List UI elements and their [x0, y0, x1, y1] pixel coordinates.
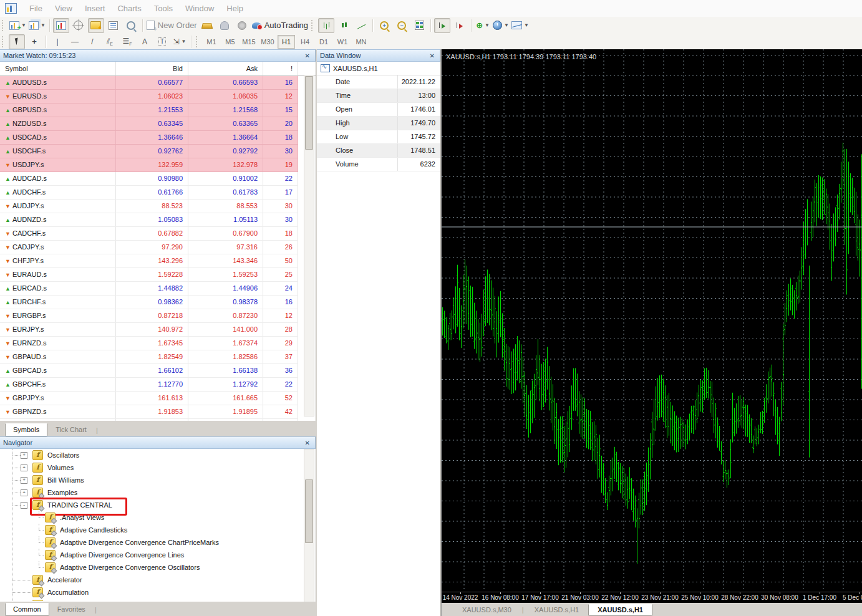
toolbar-drag-handle[interactable]: [311, 20, 316, 31]
arrows-tool-button[interactable]: ⇲▼: [172, 34, 188, 49]
scrollbar-thumb[interactable]: [305, 76, 313, 150]
market-watch-row[interactable]: ▲AUDCHF.s0.617660.6178317: [0, 186, 298, 200]
price-chart-canvas[interactable]: [442, 49, 862, 592]
market-watch-row[interactable]: ▼CADJPY.s97.29097.31626: [0, 241, 298, 254]
tab-tick-chart[interactable]: Tick Chart: [47, 423, 95, 436]
tab-symbols[interactable]: Symbols: [5, 423, 47, 436]
data-window-header[interactable]: Data Window ✕: [317, 49, 440, 62]
market-watch-row[interactable]: ▲AUDNZD.s1.050831.0511330: [0, 213, 298, 227]
autotrading-button[interactable]: AutoTrading: [251, 18, 309, 33]
navigator-item-accelerator[interactable]: fAccelerator: [0, 574, 316, 586]
line-chart-mode-button[interactable]: [353, 18, 369, 33]
zoom-in-button[interactable]: +: [376, 18, 392, 33]
market-watch-row[interactable]: ▼GBPAUD.s1.825491.8258637: [0, 350, 298, 364]
market-watch-row[interactable]: ▼EURNZD.s1.673451.6737429: [0, 337, 298, 350]
navigator-item-adaptive-divergence-convergence-oscillators[interactable]: fAdaptive Divergence Convergence Oscilla…: [0, 561, 316, 574]
market-watch-row[interactable]: ▼CHFJPY.s143.296143.34650: [0, 254, 298, 268]
indicators-button[interactable]: ⊕▼: [475, 18, 491, 33]
strategy-tester-button[interactable]: [123, 18, 139, 33]
templates-button[interactable]: ▼: [511, 18, 530, 33]
new-order-button[interactable]: New Order: [146, 18, 198, 33]
navigator-item-oscillators[interactable]: +fOscillators: [0, 449, 316, 461]
navigator-item-volumes[interactable]: +fVolumes: [0, 461, 316, 474]
market-watch-row[interactable]: ▲GBPCHF.s1.127701.1279222: [0, 378, 298, 392]
close-icon[interactable]: ✕: [428, 52, 437, 59]
chart-tab-2[interactable]: XAUUSD.s,H1: [525, 604, 589, 616]
menu-item-file[interactable]: File: [23, 4, 49, 13]
metaeditor-button[interactable]: [216, 18, 233, 33]
timeframe-button-h4[interactable]: H4: [296, 35, 314, 49]
expand-box-icon[interactable]: +: [21, 477, 27, 484]
tab-common[interactable]: Common: [5, 603, 49, 616]
column-header-symbol[interactable]: Symbol: [0, 62, 116, 75]
market-watch-row[interactable]: ▼GBPJPY.s161.613161.66552: [0, 392, 298, 405]
menu-item-help[interactable]: Help: [220, 4, 249, 13]
menu-item-tools[interactable]: Tools: [148, 4, 179, 13]
column-header-bid[interactable]: Bid: [116, 62, 188, 75]
navigator-item-adaptive-divergence-convergence-chartpricemarks[interactable]: fAdaptive Divergence Convergence ChartPr…: [0, 536, 316, 549]
navigator-header[interactable]: Navigator ✕: [0, 436, 316, 449]
auto-scroll-button[interactable]: [434, 18, 450, 33]
market-watch-row[interactable]: ▼AUDJPY.s88.52388.55330: [0, 200, 298, 213]
navigator-item-bill-williams[interactable]: +fBill Williams: [0, 474, 316, 486]
fibonacci-tool-button[interactable]: ☰F: [119, 34, 135, 49]
collapse-box-icon[interactable]: -: [21, 502, 27, 509]
timeframe-button-m5[interactable]: M5: [221, 35, 239, 49]
market-watch-row[interactable]: ▼CADCHF.s0.678820.6790018: [0, 227, 298, 241]
toolbar-drag-handle[interactable]: [196, 36, 200, 47]
market-watch-row[interactable]: ▼EURAUD.s1.592281.5925325: [0, 268, 298, 282]
market-watch-column-header[interactable]: SymbolBidAsk!: [0, 62, 316, 76]
market-watch-row[interactable]: ▲AUDUSD.s0.665770.6659316: [0, 76, 298, 90]
crosshair-tool-button[interactable]: +: [26, 34, 42, 49]
market-watch-row[interactable]: ▼GBPNZD.s1.918531.9189542: [0, 405, 298, 419]
tile-windows-button[interactable]: [411, 18, 427, 33]
navigator-scrollbar[interactable]: [304, 449, 314, 602]
cursor-tool-button[interactable]: [9, 34, 25, 49]
column-header-spread[interactable]: !: [263, 62, 298, 75]
navigator-item-examples[interactable]: +fExamples: [0, 486, 316, 499]
periods-button[interactable]: ▼: [492, 18, 510, 33]
chart-tab-3[interactable]: XAUUSD.s,H1: [588, 604, 652, 616]
chart-tab-1[interactable]: XAUUSD.s,M30: [453, 604, 521, 616]
timeframe-button-m1[interactable]: M1: [203, 35, 220, 49]
market-watch-toggle-button[interactable]: [53, 18, 69, 33]
toolbar-drag-handle[interactable]: [2, 36, 6, 47]
close-icon[interactable]: ✕: [303, 52, 312, 59]
market-watch-row[interactable]: ▼EURUSD.s1.060231.0603512: [0, 90, 298, 103]
data-window-toggle-button[interactable]: [70, 18, 87, 33]
zoom-out-button[interactable]: −: [394, 18, 410, 33]
market-watch-row[interactable]: ▲EURCHF.s0.983620.9837816: [0, 296, 298, 309]
market-watch-row[interactable]: ▲EURCAD.s1.448821.4490624: [0, 282, 298, 296]
menu-item-view[interactable]: View: [49, 4, 79, 13]
channel-tool-button[interactable]: ⫽E: [102, 34, 118, 49]
navigator-item-adaptive-candlesticks[interactable]: fAdaptive Candlesticks: [0, 524, 316, 536]
column-header-ask[interactable]: Ask: [188, 62, 263, 75]
navigator-item--analyst-views[interactable]: f.Analyst Views: [0, 511, 316, 524]
market-depth-button[interactable]: [199, 18, 215, 33]
market-watch-row[interactable]: ▲GBPCAD.s1.661021.6613836: [0, 364, 298, 378]
horizontal-line-tool-button[interactable]: —: [67, 34, 83, 49]
expand-box-icon[interactable]: +: [21, 452, 27, 459]
toolbar-drag-handle[interactable]: [2, 20, 6, 31]
timeframe-button-m30[interactable]: M30: [259, 35, 276, 49]
market-watch-row[interactable]: ▲USDCAD.s1.366461.3666418: [0, 131, 298, 145]
market-watch-scrollbar[interactable]: [304, 75, 314, 416]
terminal-toggle-button[interactable]: [105, 18, 122, 33]
market-watch-row[interactable]: ▲NZDUSD.s0.633450.6336520: [0, 117, 298, 131]
market-watch-row[interactable]: ▼EURGBP.s0.872180.8723012: [0, 309, 298, 323]
timeframe-button-m15[interactable]: M15: [240, 35, 258, 49]
market-watch-header[interactable]: Market Watch: 09:15:23 ✕: [0, 49, 316, 62]
timeframe-button-w1[interactable]: W1: [334, 35, 351, 49]
market-watch-row[interactable]: ▲AUDCAD.s0.909800.9100222: [0, 172, 298, 186]
expand-box-icon[interactable]: +: [21, 464, 27, 471]
profiles-button[interactable]: ▼: [28, 18, 46, 33]
new-chart-button[interactable]: +▼: [9, 18, 27, 33]
signals-button[interactable]: [234, 18, 250, 33]
timeframe-button-mn[interactable]: MN: [352, 35, 370, 49]
time-axis[interactable]: 14 Nov 202216 Nov 08:0017 Nov 17:0021 No…: [442, 592, 862, 604]
tab-favorites[interactable]: Favorites: [49, 603, 94, 616]
navigator-toggle-button[interactable]: [88, 18, 104, 33]
navigator-item-trading-central[interactable]: -fTRADING CENTRAL: [0, 499, 316, 511]
menu-item-charts[interactable]: Charts: [111, 4, 147, 13]
market-watch-row[interactable]: ▲GBPUSD.s1.215531.2156815: [0, 103, 298, 117]
